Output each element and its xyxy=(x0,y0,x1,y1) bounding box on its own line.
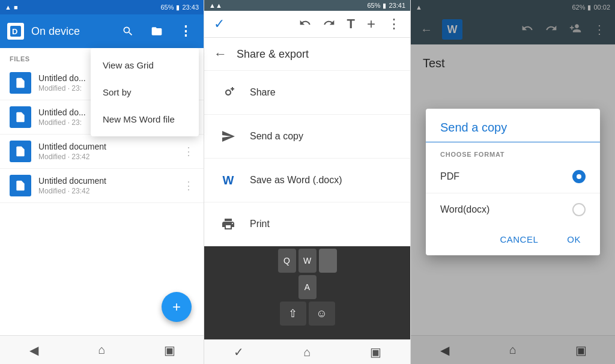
recents-button-1[interactable]: ▣ xyxy=(158,338,182,362)
panel-file-manager: ▲ ■ 65% ▮ 23:43 D On device ⋮ View as Gr… xyxy=(0,0,204,364)
key-w[interactable]: W xyxy=(298,249,317,273)
more-button-2[interactable]: ⋮ xyxy=(383,11,405,37)
keyboard-row-1: Q W xyxy=(207,249,408,273)
back-button-2[interactable]: ✓ xyxy=(226,340,250,364)
dropdown-menu: View as Grid Sort by New MS Word file xyxy=(91,48,199,136)
dialog-option-word[interactable]: Word(docx) xyxy=(426,196,600,223)
word-radio[interactable] xyxy=(572,203,586,216)
bottom-nav-1: ◀ ⌂ ▣ xyxy=(0,335,204,364)
share-icon xyxy=(216,80,240,105)
keyboard-row-3: ⇧ ☺ xyxy=(207,302,408,326)
folder-button-1[interactable] xyxy=(146,20,168,42)
dropdown-item-view-as-grid[interactable]: View as Grid xyxy=(91,52,199,79)
pdf-label: PDF xyxy=(440,171,572,182)
keyboard-area: Q W A ⇧ ☺ xyxy=(204,246,410,339)
status-left-icons: ▲ ■ xyxy=(5,4,18,11)
file-more-4[interactable]: ⋮ xyxy=(183,179,194,192)
cancel-button[interactable]: Cancel xyxy=(488,228,550,250)
app-logo-1: D xyxy=(7,23,24,40)
signal-icon: ▲ xyxy=(5,4,11,11)
pdf-radio[interactable] xyxy=(572,170,586,183)
status-right-2: 65% ▮ 23:41 xyxy=(367,2,405,10)
key-e[interactable] xyxy=(319,249,337,273)
file-item-4[interactable]: Untitled document Modified · 23:42 ⋮ xyxy=(0,169,204,203)
panel-word-doc: ▲ 62% ▮ 00:02 ← W ⋮ Test Send a copy CHO… xyxy=(411,0,615,364)
send-copy-dialog: Send a copy CHOOSE FORMAT PDF Word(docx)… xyxy=(426,109,600,255)
menu-item-print[interactable]: Print xyxy=(204,202,410,246)
home-button-2[interactable]: ⌂ xyxy=(295,340,319,364)
app-bar-1: D On device ⋮ xyxy=(0,14,204,48)
share-label: Share xyxy=(250,87,276,98)
send-copy-label: Send a copy xyxy=(250,131,303,142)
share-export-header: ← Share & export xyxy=(204,38,410,71)
fab-add-button[interactable]: + xyxy=(162,292,192,322)
dialog-section-label: CHOOSE FORMAT xyxy=(426,142,600,163)
menu-item-share[interactable]: Share xyxy=(204,71,410,115)
status-left-2: ▲▲ xyxy=(209,2,222,9)
status-bar-2: ▲▲ 65% ▮ 23:41 xyxy=(204,0,410,11)
file-meta-4: Modified · 23:42 xyxy=(38,187,183,195)
more-button-1[interactable]: ⋮ xyxy=(175,20,196,42)
back-arrow-2[interactable]: ← xyxy=(214,46,227,62)
file-info-4: Untitled document Modified · 23:42 xyxy=(38,176,183,195)
status-bar-1: ▲ ■ 65% ▮ 23:43 xyxy=(0,0,204,14)
battery-2: 65% xyxy=(367,2,380,9)
panel-share-export: ▲▲ 65% ▮ 23:41 ✓ T + ⋮ ← Share & export xyxy=(204,0,411,364)
dropdown-item-new-ms-word[interactable]: New MS Word file xyxy=(91,106,199,133)
print-icon xyxy=(216,212,240,236)
toolbar-2: ✓ T + ⋮ xyxy=(204,11,410,38)
share-export-title: Share & export xyxy=(237,48,309,61)
add-button-toolbar[interactable]: + xyxy=(362,11,380,37)
key-a[interactable]: A xyxy=(298,275,317,299)
menu-item-send-copy[interactable]: Send a copy xyxy=(204,115,410,159)
ok-button[interactable]: OK xyxy=(555,228,593,250)
redo-button[interactable] xyxy=(318,12,340,37)
file-info-3: Untitled document Modified · 23:42 xyxy=(38,142,183,161)
status-right-info: 65% ▮ 23:43 xyxy=(160,4,199,11)
menu-item-save-word[interactable]: W Save as Word (.docx) xyxy=(204,159,410,202)
home-button-1[interactable]: ⌂ xyxy=(90,338,114,362)
dialog-actions: Cancel OK xyxy=(426,223,600,255)
file-more-3[interactable]: ⋮ xyxy=(183,145,194,158)
save-word-label: Save as Word (.docx) xyxy=(250,175,342,186)
file-icon-1 xyxy=(10,72,31,94)
word-icon: W xyxy=(216,168,240,192)
menu-list: Share Send a copy W Save as Word (.docx)… xyxy=(204,71,410,246)
dialog-title: Send a copy xyxy=(426,109,600,142)
check-button[interactable]: ✓ xyxy=(209,11,229,37)
undo-button[interactable] xyxy=(294,12,316,37)
search-button-1[interactable] xyxy=(117,20,139,42)
signal-icon-2: ▲▲ xyxy=(209,2,222,9)
file-icon-2 xyxy=(10,106,31,128)
file-meta-3: Modified · 23:42 xyxy=(38,153,183,161)
dropdown-item-sort-by[interactable]: Sort by xyxy=(91,79,199,106)
recents-button-2[interactable]: ▣ xyxy=(364,340,388,364)
key-emoji[interactable]: ☺ xyxy=(309,302,335,326)
file-icon-4 xyxy=(10,175,31,196)
battery-percent-1: 65% xyxy=(160,4,174,11)
time-1: 23:43 xyxy=(182,4,199,11)
battery-icon-2: ▮ xyxy=(383,2,386,10)
back-button-1[interactable]: ◀ xyxy=(22,338,46,362)
time-2: 23:41 xyxy=(389,2,405,9)
svg-text:D: D xyxy=(12,27,17,36)
dialog-divider xyxy=(426,193,600,193)
key-q[interactable]: Q xyxy=(278,249,296,273)
wifi-icon: ■ xyxy=(14,4,18,11)
battery-icon-1: ▮ xyxy=(176,4,180,11)
keyboard-row-2: A xyxy=(207,275,408,299)
dialog-overlay: Send a copy CHOOSE FORMAT PDF Word(docx)… xyxy=(411,0,615,364)
word-label: Word(docx) xyxy=(440,204,572,215)
bottom-nav-2: ✓ ⌂ ▣ xyxy=(204,339,410,364)
dialog-option-pdf[interactable]: PDF xyxy=(426,163,600,190)
print-label: Print xyxy=(250,219,270,229)
file-icon-3 xyxy=(10,141,31,162)
key-shift[interactable]: ⇧ xyxy=(280,302,306,326)
app-title-1: On device xyxy=(31,25,110,38)
file-name-3: Untitled document xyxy=(38,142,183,151)
send-copy-icon xyxy=(216,124,240,148)
text-size-button[interactable]: T xyxy=(342,11,360,37)
file-name-4: Untitled document xyxy=(38,176,183,186)
file-item-3[interactable]: Untitled document Modified · 23:42 ⋮ xyxy=(0,135,204,169)
